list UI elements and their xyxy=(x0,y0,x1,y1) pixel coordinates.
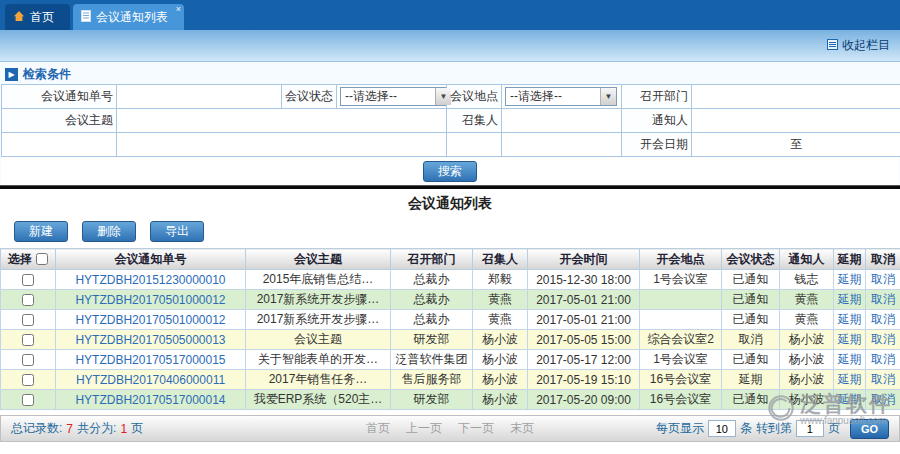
cancel-link[interactable]: 取消 xyxy=(871,332,895,346)
row-checkbox[interactable] xyxy=(22,294,34,306)
search-section-title: 检索条件 xyxy=(23,66,71,83)
notifier: 黄燕 xyxy=(795,292,819,306)
collapse-columns-link[interactable]: 收起栏目 xyxy=(827,37,890,54)
chevron-down-icon: ▼ xyxy=(600,88,616,105)
department: 研发部 xyxy=(414,392,450,406)
column-header: 选择 xyxy=(1,249,56,270)
row-checkbox[interactable] xyxy=(22,394,34,406)
department: 总裁办 xyxy=(414,312,450,326)
meeting-location-select[interactable]: --请选择-- ▼ xyxy=(505,87,617,106)
pages-unit: 页 xyxy=(131,420,143,437)
meeting-subject-label: 会议主题 xyxy=(2,109,117,133)
search-button[interactable]: 搜索 xyxy=(423,161,477,182)
cancel-link[interactable]: 取消 xyxy=(871,272,895,286)
notifier-label: 通知人 xyxy=(622,109,692,133)
row-checkbox[interactable] xyxy=(22,334,34,346)
notice-no-link[interactable]: HYTZDBH20170505000013 xyxy=(75,333,225,347)
meeting-time: 2017-05-19 15:10 xyxy=(536,373,631,387)
row-checkbox[interactable] xyxy=(22,274,34,286)
column-header: 取消 xyxy=(866,249,900,270)
meeting-status: 已通知 xyxy=(733,352,769,366)
meeting-date-from-input[interactable] xyxy=(705,136,785,154)
notice-no-link[interactable]: HYTZDBH20170501000012 xyxy=(75,293,225,307)
per-page-label: 每页显示 xyxy=(656,420,704,437)
notice-no-link[interactable]: HYTZDBH20170517000014 xyxy=(75,393,225,407)
meeting-subject: 我爱ERP系统（520主… xyxy=(254,392,383,406)
notice-no-link[interactable]: HYTZDBH20151230000010 xyxy=(75,273,225,287)
meeting-status: 取消 xyxy=(739,332,763,346)
document-icon xyxy=(81,10,91,25)
go-button[interactable]: GO xyxy=(850,419,889,439)
convener: 杨小波 xyxy=(482,352,518,366)
record-summary: 总记录数: 7 共分为: 1 页 xyxy=(11,420,366,437)
notice-no-label: 会议通知单号 xyxy=(2,85,117,109)
convener: 杨小波 xyxy=(482,372,518,386)
meeting-subject: 2015年底销售总结… xyxy=(263,272,374,286)
delay-link[interactable]: 延期 xyxy=(838,332,862,346)
meeting-subject: 2017新系统开发步骤… xyxy=(257,312,380,326)
cancel-link[interactable]: 取消 xyxy=(871,312,895,326)
department: 总裁办 xyxy=(414,292,450,306)
notice-no-link[interactable]: HYTZDBH20170406000011 xyxy=(76,373,225,387)
select-all-checkbox[interactable] xyxy=(36,253,48,265)
department-input[interactable] xyxy=(695,88,898,106)
delete-button[interactable]: 删除 xyxy=(82,221,136,242)
meeting-status: 已通知 xyxy=(733,392,769,406)
cancel-link[interactable]: 取消 xyxy=(871,392,895,406)
first-page-link[interactable]: 首页 xyxy=(366,420,390,437)
delay-link[interactable]: 延期 xyxy=(838,292,862,306)
page-count: 1 xyxy=(120,422,127,436)
meeting-location-label: 会议地点 xyxy=(447,85,502,109)
row-checkbox[interactable] xyxy=(22,314,34,326)
export-button[interactable]: 导出 xyxy=(150,221,204,242)
delay-link[interactable]: 延期 xyxy=(838,272,862,286)
tab-meeting-list[interactable]: 会议通知列表 × xyxy=(73,4,184,30)
search-section: ▶ 检索条件 会议通知单号 会议状态 --请选择-- ▼ 会议地点 xyxy=(0,62,900,185)
convener-input[interactable] xyxy=(505,112,618,130)
search-button-row: 搜索 xyxy=(1,157,899,185)
meeting-location-value: --请选择-- xyxy=(510,88,562,105)
notifier: 杨小波 xyxy=(789,332,825,346)
goto-page-input[interactable] xyxy=(796,420,824,437)
action-buttons: 新建删除导出 xyxy=(0,221,900,242)
delay-link[interactable]: 延期 xyxy=(838,312,862,326)
column-header: 召开部门 xyxy=(391,249,473,270)
department: 泛普软件集团 xyxy=(396,352,468,366)
meeting-subject: 2017年销售任务… xyxy=(269,372,368,386)
notice-no-link[interactable]: HYTZDBH20170501000012 xyxy=(75,313,225,327)
table-row: HYTZDBH201705010000122017新系统开发步骤…总裁办黄燕20… xyxy=(1,310,900,330)
column-header: 会议通知单号 xyxy=(56,249,246,270)
meeting-date-to-input[interactable] xyxy=(809,136,889,154)
row-checkbox[interactable] xyxy=(22,374,34,386)
meeting-status-label: 会议状态 xyxy=(282,85,337,109)
cancel-link[interactable]: 取消 xyxy=(871,372,895,386)
cancel-link[interactable]: 取消 xyxy=(871,292,895,306)
row-checkbox[interactable] xyxy=(22,354,34,366)
table-row: HYTZDBH20170505000013会议主题研发部杨小波2017-05-0… xyxy=(1,330,900,350)
goto-unit: 页 xyxy=(828,420,840,437)
delay-link[interactable]: 延期 xyxy=(838,372,862,386)
close-icon[interactable]: × xyxy=(176,4,181,14)
tab-home[interactable]: 首页 xyxy=(5,4,70,30)
section-arrow-icon[interactable]: ▶ xyxy=(5,68,18,81)
new-button[interactable]: 新建 xyxy=(14,221,68,242)
next-page-link[interactable]: 下一页 xyxy=(458,420,494,437)
convener: 杨小波 xyxy=(482,332,518,346)
search-header: ▶ 检索条件 xyxy=(1,64,899,84)
last-page-link[interactable]: 末页 xyxy=(510,420,534,437)
pages-label: 共分为: xyxy=(77,420,116,437)
per-page-input[interactable] xyxy=(708,420,736,437)
delay-link[interactable]: 延期 xyxy=(838,352,862,366)
notifier-input[interactable] xyxy=(695,112,898,130)
prev-page-link[interactable]: 上一页 xyxy=(406,420,442,437)
meeting-subject-input[interactable] xyxy=(120,112,443,130)
meeting-status-select[interactable]: --请选择-- ▼ xyxy=(340,87,452,106)
meeting-status-value: --请选择-- xyxy=(345,88,397,105)
meeting-date-label: 开会日期 xyxy=(622,133,692,157)
notice-no-link[interactable]: HYTZDBH20170517000015 xyxy=(75,353,225,367)
cancel-link[interactable]: 取消 xyxy=(871,352,895,366)
meeting-notice-no-input[interactable] xyxy=(120,88,278,106)
meeting-subject: 关于智能表单的开发… xyxy=(258,352,378,366)
meeting-time: 2017-05-05 15:00 xyxy=(536,333,631,347)
delay-link[interactable]: 延期 xyxy=(838,392,862,406)
